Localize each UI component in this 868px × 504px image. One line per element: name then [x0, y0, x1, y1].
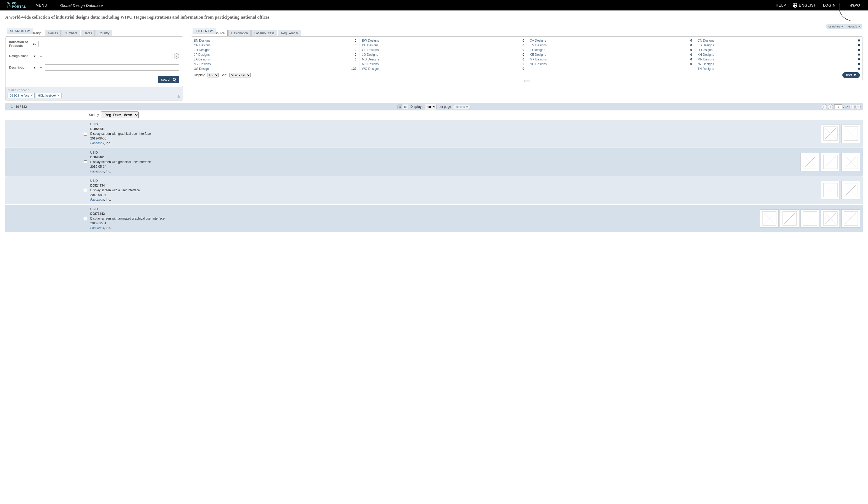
filter-button[interactable]: filter — [843, 72, 860, 78]
filter-source-cell[interactable]: ID Designs0 — [527, 48, 695, 52]
language-switcher[interactable]: ENGLISH — [793, 3, 817, 8]
thumbnail[interactable] — [841, 181, 860, 199]
filter-source-cell[interactable]: JO Designs0 — [359, 52, 527, 57]
filter-source-cell[interactable]: US Designs132 — [191, 66, 359, 71]
search-tab-country[interactable]: Country — [95, 30, 112, 37]
records-label: records — [847, 25, 857, 28]
result-row[interactable]: USIDD0824934Display screen with a user i… — [5, 176, 863, 204]
records-dropdown[interactable]: records — [845, 24, 862, 29]
search-tab-numbers[interactable]: Numbers — [61, 30, 80, 37]
filter-source-cell[interactable]: FR Designs0 — [191, 48, 359, 52]
filter-source-cell[interactable]: ES Designs0 — [695, 43, 863, 48]
source-name: EM Designs — [530, 43, 547, 47]
filter-source-cell[interactable]: IT Designs0 — [695, 48, 863, 52]
op-indicator[interactable]: ▾ — [32, 66, 37, 70]
result-checkbox[interactable] — [84, 161, 87, 164]
thumbnail[interactable] — [760, 209, 778, 228]
login-link[interactable]: LOGIN — [823, 3, 836, 7]
searches-dropdown[interactable]: searches — [826, 24, 846, 29]
filter-source-cell[interactable]: KE Designs0 — [527, 52, 695, 57]
filter-source-cell[interactable]: BN Designs0 — [191, 38, 359, 43]
filter-tab-designation[interactable]: Designation — [228, 30, 251, 37]
search-chip[interactable]: HOL:facebook✕ — [36, 93, 61, 98]
result-checkbox[interactable] — [84, 217, 87, 220]
close-icon[interactable]: ✕ — [30, 94, 33, 97]
options-button[interactable]: options✱ — [453, 105, 471, 109]
filter-source-cell[interactable]: CA Designs0 — [527, 38, 695, 43]
op-indicator[interactable]: ▾= — [32, 42, 37, 46]
sort-select[interactable]: Reg. Date - desc — [101, 112, 139, 118]
filter-source-cell[interactable]: KH Designs0 — [695, 52, 863, 57]
result-checkbox[interactable] — [84, 189, 87, 192]
search-chip[interactable]: DESC:interface✕ — [8, 93, 34, 98]
filter-tab-locarno-class[interactable]: Locarno Class — [251, 30, 277, 37]
result-meta: USIDD0871442Display screen with animated… — [90, 207, 184, 230]
indication-input[interactable] — [39, 41, 179, 47]
menu-button[interactable]: MENU — [35, 3, 47, 7]
source-count: 0 — [858, 39, 860, 42]
thumbnail[interactable] — [841, 209, 860, 228]
thumbnail[interactable] — [821, 125, 840, 143]
filter-source-cell[interactable]: EM Designs0 — [527, 43, 695, 48]
filter-source-cell[interactable]: NO Designs0 — [527, 62, 695, 66]
source-name: CN Designs — [698, 39, 714, 42]
filter-source-cell[interactable]: MZ Designs0 — [359, 62, 527, 66]
clear-search-button[interactable]: 🗑 — [177, 95, 180, 99]
filter-source-cell[interactable]: CN Designs0 — [695, 38, 863, 43]
filter-icon — [854, 74, 856, 76]
filter-display-select[interactable]: List — [207, 73, 219, 78]
class-browse-button[interactable]: › — [174, 53, 179, 59]
help-link[interactable]: HELP — [776, 3, 786, 7]
view-toggle[interactable]: ≡ ⊞ — [397, 104, 409, 110]
thumbnail[interactable] — [800, 153, 819, 171]
source-count: 0 — [858, 43, 860, 47]
last-page-button[interactable]: ▸| — [856, 104, 861, 110]
filter-source-cell[interactable]: WO Designs0 — [359, 66, 527, 71]
op-indicator[interactable]: ▾ — [32, 54, 37, 58]
ip-portal-logo[interactable]: WIPO IP PORTAL — [7, 2, 26, 9]
prev-page-button[interactable]: ◂ — [828, 104, 833, 110]
first-page-button[interactable]: |◂ — [822, 104, 827, 110]
close-icon[interactable]: ✕ — [296, 31, 299, 35]
thumbnail[interactable] — [821, 209, 840, 228]
per-page-select[interactable]: 10 — [425, 104, 437, 110]
result-row[interactable]: USIDD0871442Display screen with animated… — [5, 205, 863, 233]
result-checkbox[interactable] — [84, 132, 87, 135]
filter-source-cell[interactable]: DE Designs0 — [359, 43, 527, 48]
thumbnail[interactable] — [800, 209, 819, 228]
thumbnail[interactable] — [780, 209, 799, 228]
grid-view-icon[interactable]: ⊞ — [403, 104, 408, 109]
filter-source-cell[interactable]: MN Designs0 — [695, 57, 863, 62]
filter-source-cell[interactable]: NZ Designs0 — [695, 62, 863, 66]
search-tab-dates[interactable]: Dates — [81, 30, 95, 37]
filter-sort-select[interactable]: Value - asc — [229, 73, 251, 78]
filter-source-cell[interactable]: TN Designs0 — [695, 66, 863, 71]
filter-source-cell[interactable]: LA Designs0 — [191, 57, 359, 62]
search-chips: DESC:interface✕HOL:facebook✕ — [8, 93, 181, 98]
filter-source-cell[interactable]: MK Designs0 — [527, 57, 695, 62]
next-page-button[interactable]: ▸ — [849, 104, 855, 110]
description-input[interactable] — [45, 64, 179, 71]
source-name: BW Designs — [362, 39, 379, 42]
close-icon[interactable]: ✕ — [57, 94, 60, 97]
result-row[interactable]: USIDD0855631Display screen with graphica… — [5, 120, 863, 147]
list-view-icon[interactable]: ≡ — [398, 104, 403, 109]
filter-source-cell[interactable]: BW Designs0 — [359, 38, 527, 43]
thumbnail[interactable] — [841, 125, 860, 143]
search-button[interactable]: search — [158, 76, 179, 83]
filter-source-cell[interactable]: CR Designs0 — [191, 43, 359, 48]
panel-collapse-handle[interactable]: ⋯ — [191, 80, 863, 82]
search-tab-names[interactable]: Names — [45, 30, 61, 37]
filter-tab-reg--year[interactable]: Reg. Year✕ — [278, 30, 301, 37]
filter-source-cell[interactable]: MY Designs0 — [191, 62, 359, 66]
result-row[interactable]: USIDD0848461Display screen with graphica… — [5, 148, 863, 176]
thumbnail[interactable] — [821, 181, 840, 199]
filter-source-cell[interactable]: MD Designs0 — [359, 57, 527, 62]
page-input[interactable] — [834, 104, 842, 109]
filter-source-cell[interactable]: GE Designs0 — [359, 48, 527, 52]
source-count: 0 — [523, 67, 524, 71]
filter-source-cell[interactable]: JP Designs0 — [191, 52, 359, 57]
thumbnail[interactable] — [821, 153, 840, 171]
thumbnail[interactable] — [841, 153, 860, 171]
class-input[interactable] — [45, 53, 173, 59]
